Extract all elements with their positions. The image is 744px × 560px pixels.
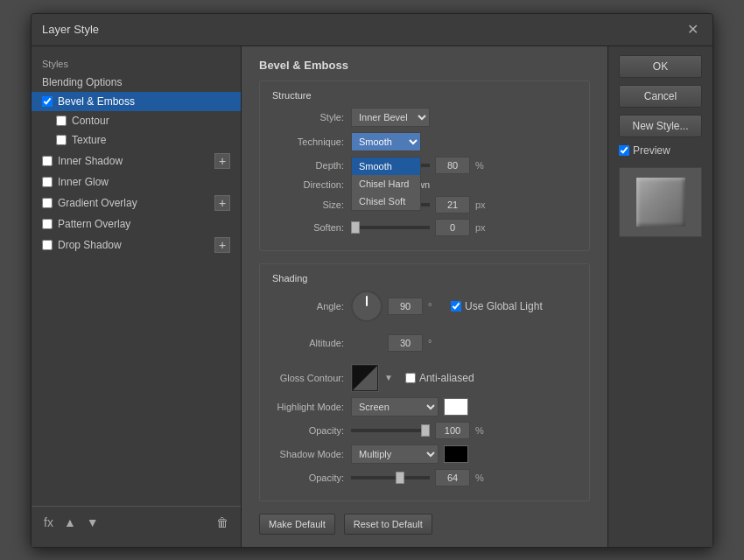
left-panel: Styles Blending Options Bevel & Emboss C… xyxy=(32,46,242,547)
shadow-color-swatch[interactable] xyxy=(444,445,468,463)
preview-inner xyxy=(636,178,685,227)
altitude-row: Altitude: ° xyxy=(272,327,577,359)
new-style-button[interactable]: New Style... xyxy=(619,115,702,137)
gloss-contour-control: ▼ Anti-aliased xyxy=(351,364,577,392)
highlight-opacity-unit: % xyxy=(475,425,493,436)
size-input[interactable] xyxy=(435,196,470,214)
soften-input[interactable] xyxy=(435,219,470,236)
angle-label: Angle: xyxy=(272,301,351,312)
make-default-button[interactable]: Make Default xyxy=(259,514,335,535)
anti-aliased-checkbox[interactable] xyxy=(405,373,416,383)
fx-button[interactable]: fx xyxy=(42,514,55,531)
shadow-opacity-control: % xyxy=(351,469,577,486)
gradient-overlay-item[interactable]: Gradient Overlay + xyxy=(32,192,241,214)
soften-control: px xyxy=(351,219,577,236)
angle-input[interactable] xyxy=(388,298,423,315)
direction-row: Direction: Up Down xyxy=(272,179,577,191)
move-up-button[interactable]: ▲ xyxy=(62,514,78,531)
soften-slider[interactable] xyxy=(351,226,430,229)
styles-label: Styles xyxy=(32,55,241,73)
shadow-opacity-input[interactable] xyxy=(435,469,470,486)
texture-item[interactable]: Texture xyxy=(32,130,241,150)
delete-button[interactable]: 🗑 xyxy=(214,514,230,531)
depth-input[interactable] xyxy=(435,157,470,174)
style-row: Style: Outer Bevel Inner Bevel Emboss Pi… xyxy=(272,108,577,127)
shading-section: Shading Angle: ° Use Global Light xyxy=(259,263,590,501)
inner-shadow-checkbox[interactable] xyxy=(42,156,53,166)
inner-shadow-add-button[interactable]: + xyxy=(214,153,230,169)
bottom-buttons: Make Default Reset to Default xyxy=(259,514,590,535)
anti-aliased-label[interactable]: Anti-aliased xyxy=(405,372,474,384)
drop-shadow-checkbox[interactable] xyxy=(42,240,53,250)
highlight-opacity-input[interactable] xyxy=(435,422,470,439)
center-panel: Bevel & Emboss Structure Style: Outer Be… xyxy=(242,46,607,547)
structure-title: Structure xyxy=(272,90,577,101)
contour-item[interactable]: Contour xyxy=(32,111,241,130)
highlight-color-swatch[interactable] xyxy=(444,398,468,416)
global-light-checkbox[interactable] xyxy=(451,301,461,312)
highlight-mode-label: Highlight Mode: xyxy=(272,402,351,412)
pattern-overlay-checkbox[interactable] xyxy=(42,219,53,229)
ok-button[interactable]: OK xyxy=(619,55,702,78)
technique-row: Technique: Smooth Smooth Chisel Hard Chi… xyxy=(272,132,577,151)
technique-option-chisel-soft[interactable]: Chisel Soft xyxy=(352,192,420,210)
drop-shadow-label: Drop Shadow xyxy=(58,239,122,251)
depth-row: Depth: % xyxy=(272,157,577,174)
style-select[interactable]: Outer Bevel Inner Bevel Emboss Pillow Em… xyxy=(351,108,430,127)
texture-checkbox[interactable] xyxy=(56,135,67,145)
contour-preview[interactable] xyxy=(351,364,379,392)
contour-label: Contour xyxy=(72,115,109,127)
close-button[interactable]: ✕ xyxy=(684,21,702,38)
preview-label: Preview xyxy=(633,144,670,157)
shading-title: Shading xyxy=(272,273,577,284)
shadow-opacity-slider[interactable] xyxy=(351,476,430,480)
bevel-emboss-item[interactable]: Bevel & Emboss xyxy=(32,92,241,111)
soften-label: Soften: xyxy=(272,222,351,233)
altitude-input[interactable] xyxy=(388,334,423,352)
angle-dial[interactable] xyxy=(351,290,383,322)
direction-label: Direction: xyxy=(272,179,351,190)
cancel-button[interactable]: Cancel xyxy=(619,85,702,108)
drop-shadow-add-button[interactable]: + xyxy=(214,237,230,253)
reset-default-button[interactable]: Reset to Default xyxy=(344,514,432,535)
shadow-opacity-row: Opacity: % xyxy=(272,469,577,486)
inner-shadow-item[interactable]: Inner Shadow + xyxy=(32,150,241,172)
gradient-overlay-checkbox[interactable] xyxy=(42,198,53,208)
altitude-label: Altitude: xyxy=(272,338,351,348)
bevel-emboss-checkbox[interactable] xyxy=(42,96,53,107)
global-light-label[interactable]: Use Global Light xyxy=(451,300,543,312)
size-row: Size: px xyxy=(272,196,577,214)
preview-checkbox[interactable] xyxy=(619,145,629,156)
blending-options-item[interactable]: Blending Options xyxy=(32,73,241,92)
technique-select[interactable]: Smooth xyxy=(351,132,421,151)
pattern-overlay-item[interactable]: Pattern Overlay xyxy=(32,214,241,234)
shadow-mode-select[interactable]: Multiply Normal Screen xyxy=(351,444,439,464)
technique-option-chisel-hard[interactable]: Chisel Hard xyxy=(352,175,420,192)
style-control: Outer Bevel Inner Bevel Emboss Pillow Em… xyxy=(351,108,577,127)
gradient-overlay-add-button[interactable]: + xyxy=(214,195,230,211)
soften-row: Soften: px xyxy=(272,219,577,236)
contour-dropdown-arrow[interactable]: ▼ xyxy=(384,373,393,382)
drop-shadow-item[interactable]: Drop Shadow + xyxy=(32,234,241,256)
inner-shadow-label: Inner Shadow xyxy=(58,155,123,167)
technique-wrapper: Smooth Smooth Chisel Hard Chisel Soft xyxy=(351,132,421,151)
global-light-text: Use Global Light xyxy=(465,300,543,312)
contour-checkbox[interactable] xyxy=(56,116,67,126)
inner-glow-checkbox[interactable] xyxy=(42,177,53,187)
inner-glow-item[interactable]: Inner Glow xyxy=(32,172,241,192)
dialog-title: Layer Style xyxy=(42,23,99,36)
angle-unit: ° xyxy=(428,301,446,312)
highlight-opacity-label: Opacity: xyxy=(272,425,351,436)
move-down-button[interactable]: ▼ xyxy=(85,514,101,531)
depth-unit: % xyxy=(475,160,493,171)
preview-box xyxy=(619,167,702,237)
highlight-opacity-slider[interactable] xyxy=(351,429,430,432)
technique-label: Technique: xyxy=(272,136,351,147)
technique-option-smooth[interactable]: Smooth xyxy=(352,158,420,175)
shadow-mode-row: Shadow Mode: Multiply Normal Screen xyxy=(272,444,577,464)
bevel-emboss-label: Bevel & Emboss xyxy=(58,95,135,108)
highlight-mode-select[interactable]: Screen Normal Multiply xyxy=(351,397,439,416)
pattern-overlay-label: Pattern Overlay xyxy=(58,218,130,230)
size-unit: px xyxy=(475,200,493,210)
technique-control: Smooth Smooth Chisel Hard Chisel Soft xyxy=(351,132,577,151)
